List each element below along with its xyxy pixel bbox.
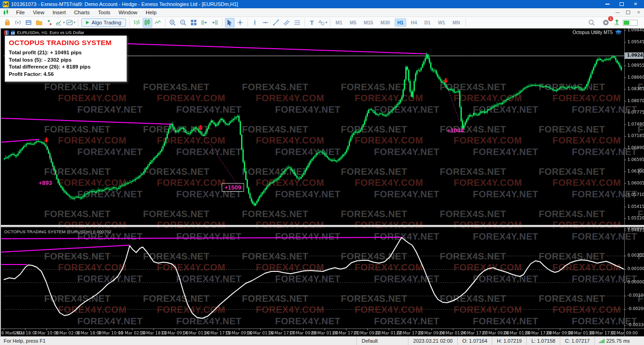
chart-restore-button[interactable]	[626, 11, 630, 14]
menu-file[interactable]: File	[12, 8, 29, 17]
candlestick-style-icon[interactable]	[143, 18, 152, 28]
play-icon	[86, 21, 89, 24]
mt5-window: 101361073 - Exness-MT5Trial9: Demo Accou…	[0, 0, 644, 345]
new-chart-dropdown-icon[interactable]: ▾	[66, 18, 75, 28]
chart-header: EURUSDm, H1: Euro vs US Dollar	[4, 30, 84, 35]
toolbar-separator	[129, 18, 130, 27]
shift-end-icon[interactable]	[200, 18, 209, 28]
zoom-in-icon[interactable]	[168, 18, 178, 28]
one-click-trading-icon[interactable]	[4, 30, 9, 35]
menu-charts[interactable]: Charts	[70, 8, 94, 17]
high-cell: H: 1.07219	[492, 337, 526, 345]
timeframe-mn[interactable]: MN	[450, 18, 463, 27]
toolbar-separator	[330, 18, 330, 27]
minimize-button[interactable]	[605, 4, 610, 5]
menu-tools[interactable]: Tools	[94, 8, 115, 17]
pane-splitter[interactable]	[0, 225, 644, 227]
new-order-icon[interactable]	[2, 18, 12, 28]
help-hint: For Help, press F1	[0, 338, 356, 344]
app-icon	[3, 1, 9, 7]
chart-symbol-icon[interactable]	[11, 30, 15, 35]
auto-scroll-icon[interactable]	[210, 18, 220, 28]
timeframe-m30[interactable]: M30	[378, 18, 392, 27]
toolbar-separator	[222, 18, 223, 27]
algo-trading-button[interactable]: Algo Trading	[81, 18, 126, 27]
search-icon[interactable]	[586, 18, 596, 28]
chart-close-button[interactable]: ✕	[637, 10, 640, 15]
notifications-icon[interactable]: 1	[601, 18, 610, 28]
ping-value: 225.75 ms	[606, 338, 630, 344]
bar-chart-style-icon[interactable]	[132, 18, 142, 28]
virtual-keyboard-icon[interactable]	[23, 18, 33, 28]
vertical-line-icon[interactable]	[250, 18, 260, 28]
low-cell: L: 1.07158	[526, 337, 560, 345]
total-profit-line: Total profit (21): + 10491 pips	[9, 49, 123, 57]
timeframe-m5[interactable]: M5	[347, 18, 359, 27]
profit-factor-line: Profit Factor: 4.56	[9, 71, 123, 78]
toolbar-separator	[247, 18, 248, 27]
zoom-out-icon[interactable]	[178, 18, 188, 28]
bar-time-cell: 2023.03.21 02:00	[408, 337, 457, 345]
total-difference-line: Total difference (26): + 8189 pips	[9, 63, 123, 71]
fibonacci-icon[interactable]	[293, 18, 302, 28]
toolbar-separator	[78, 18, 78, 27]
connection-cell: 225.75 ms	[594, 337, 644, 345]
timeframe-h1[interactable]: H1	[395, 18, 406, 27]
timeframe-m1[interactable]: M1	[333, 18, 345, 27]
crosshair-icon[interactable]	[236, 18, 245, 28]
total-loss-line: Total loss (5): - 2302 pips	[9, 57, 123, 64]
buy-sell-arrows-icon[interactable]	[45, 18, 54, 28]
window-title: 101361073 - Exness-MT5Trial9: Demo Accou…	[11, 1, 238, 7]
octopus-title: OCTOPUS TRADING SYSTEM	[9, 39, 123, 47]
notification-badge: 1	[608, 16, 613, 21]
horizontal-line-icon[interactable]	[261, 18, 270, 28]
utility-label: Octopus Utility MT5	[573, 30, 622, 35]
timeframe-d1[interactable]: D1	[422, 18, 433, 27]
title-bar: 101361073 - Exness-MT5Trial9: Demo Accou…	[0, 0, 644, 8]
octopus-info-panel: OCTOPUS TRADING SYSTEM Total profit (21)…	[5, 35, 127, 82]
menu-window[interactable]: Window	[115, 8, 142, 17]
shapes-icon[interactable]: ▾	[318, 18, 328, 28]
chart-style-dropdown-icon[interactable]: ▾	[55, 18, 65, 28]
text-label-icon[interactable]: T	[307, 18, 317, 28]
menu-insert[interactable]: Insert	[48, 8, 70, 17]
line-chart-style-icon[interactable]	[153, 18, 163, 28]
toolbar: ▾ ▾ Algo Trading T ▾ M1 M5 M15 M30	[0, 17, 644, 29]
mt5-logo-icon	[3, 9, 9, 16]
toolbar-separator	[165, 18, 166, 27]
levels-icon[interactable]: LVL	[615, 19, 619, 26]
profile-cell[interactable]: Default	[356, 337, 408, 345]
connection-battery-icon	[623, 20, 638, 26]
graduation-cap-icon	[615, 30, 622, 35]
menu-view[interactable]: View	[29, 8, 49, 17]
chart-symbol-title: EURUSDm, H1: Euro vs US Dollar	[17, 30, 84, 35]
open-cell: O: 1.07164	[457, 337, 492, 345]
tile-windows-icon[interactable]	[189, 18, 199, 28]
status-bar: For Help, press F1 Default 2023.03.21 02…	[0, 336, 644, 345]
close-button[interactable]: ✕	[634, 0, 638, 8]
window-left-edge	[0, 29, 1, 336]
menu-bar: File View Insert Charts Tools Window Hel…	[0, 8, 644, 17]
toolbar-separator	[466, 18, 466, 27]
chart-area: FOREX4S.NETFOREX4S.NETFOREX4S.NETFOREX4S…	[0, 29, 644, 336]
trendline-icon[interactable]	[271, 18, 281, 28]
timeframe-h4[interactable]: H4	[408, 18, 420, 27]
timeframe-w1[interactable]: W1	[435, 18, 448, 27]
timeframe-m15[interactable]: M15	[361, 18, 376, 27]
indicator-label: OCTOPUS TRADING SYSTEM (EURUSDm) 0.00070…	[4, 229, 111, 234]
restore-button[interactable]	[620, 2, 624, 6]
cursor-icon[interactable]	[225, 18, 235, 28]
signal-icon[interactable]	[13, 18, 23, 28]
chart-minimize-button[interactable]	[615, 12, 620, 13]
close-cell: C: 1.07217	[560, 337, 594, 345]
open-folder-icon[interactable]	[34, 18, 44, 28]
toolbar-separator	[305, 18, 305, 27]
menu-help[interactable]: Help	[142, 8, 161, 17]
signal-bars-icon	[599, 339, 604, 343]
equidistant-channel-icon[interactable]	[282, 18, 292, 28]
